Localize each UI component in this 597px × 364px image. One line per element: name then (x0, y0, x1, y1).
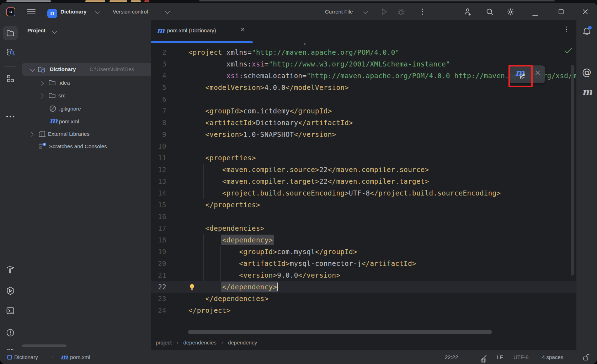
line-number[interactable]: 5 (151, 82, 166, 93)
line-number[interactable]: 3 (151, 58, 166, 70)
project-selector[interactable]: Dictionary (60, 3, 86, 20)
code-with-me-button[interactable] (464, 7, 472, 17)
editor-hscrollbar[interactable] (188, 330, 492, 334)
run-button[interactable] (380, 8, 388, 17)
editor-tab-pom-xml[interactable]: m pom.xml (Dictionary) (151, 21, 253, 41)
editor-options-button[interactable]: ⋮ (563, 25, 570, 33)
code-viewport[interactable]: 2<project xmlns="http://maven.apache.org… (151, 47, 576, 317)
status-project-name[interactable]: Dictionary (14, 350, 38, 364)
breadcrumb-item-dependency[interactable]: dependency (228, 339, 257, 346)
main-menu-button[interactable] (26, 9, 36, 16)
editor-vscrollbar[interactable] (571, 65, 574, 275)
code-line-8[interactable]: 8 <artifactId>Dictionary</artifactId> (151, 117, 576, 129)
database-tool-button[interactable] (3, 46, 18, 60)
settings-button[interactable] (506, 8, 515, 17)
code-line-16[interactable]: 16 (151, 211, 576, 223)
line-number[interactable]: 20 (151, 258, 166, 269)
search-everywhere-button[interactable] (486, 8, 494, 17)
code-line-11[interactable]: 11 <properties> (151, 152, 576, 164)
status-file-name[interactable]: pom.xml (70, 350, 90, 364)
breadcrumb-item-dependencies[interactable]: dependencies (183, 339, 216, 346)
code-line-12[interactable]: 12 <maven.compiler.source>22</maven.comp… (151, 164, 576, 176)
chevron-down-icon (165, 9, 170, 14)
code-line-10[interactable]: 10 (151, 140, 576, 152)
code-text: <project.build.sourceEncoding>UTF-8</pro… (188, 187, 501, 199)
line-number[interactable]: 6 (151, 93, 166, 105)
line-number[interactable]: 23 (151, 293, 166, 305)
tree-row-src[interactable]: src (21, 89, 151, 102)
line-number[interactable]: 24 (151, 305, 166, 316)
encoding-widget[interactable]: UTF-8 (513, 350, 529, 364)
tree-row-project-root[interactable]: Dictionary C:\Users\Nitro\Des (22, 63, 151, 76)
line-number[interactable]: 18 (151, 234, 166, 246)
line-number[interactable]: 15 (151, 199, 166, 211)
line-number[interactable]: 13 (151, 176, 166, 187)
line-number[interactable]: 7 (151, 105, 166, 117)
line-number[interactable]: 14 (151, 187, 166, 199)
line-number[interactable]: 9 (151, 129, 166, 140)
maven-tool-button[interactable]: m (582, 86, 592, 97)
code-line-24[interactable]: 24</project> (151, 305, 576, 316)
line-number[interactable]: 21 (151, 269, 166, 281)
debug-button[interactable] (397, 8, 405, 17)
ai-completion-off-icon[interactable]: @ (480, 353, 487, 364)
caret-position-widget[interactable]: 22:22 (445, 350, 458, 364)
minimize-button[interactable] (532, 11, 538, 18)
more-actions-button[interactable]: ⋮ (419, 7, 426, 15)
tab-close-icon[interactable] (240, 27, 245, 33)
tree-row-scratches[interactable]: Scratches and Consoles (21, 140, 151, 153)
tree-row-external-libraries[interactable]: External Libraries (21, 128, 151, 140)
code-line-23[interactable]: 23 </dependencies> (151, 293, 576, 305)
code-text: <artifactId>mysql-connector-j</artifactI… (188, 258, 416, 269)
code-line-7[interactable]: 7 <groupId>com.ictdemy</groupId> (151, 105, 576, 117)
chevron-down-icon (30, 67, 35, 72)
intellij-logo-icon[interactable]: IJ (6, 7, 15, 16)
code-line-13[interactable]: 13 <maven.compiler.target>22</maven.comp… (151, 176, 576, 187)
maximize-button[interactable] (558, 9, 564, 16)
line-number[interactable]: 4 (151, 70, 166, 82)
line-number[interactable]: 11 (151, 152, 166, 164)
lock-open-icon[interactable] (582, 353, 590, 362)
code-line-22[interactable]: 22 </dependency> (151, 281, 576, 293)
project-panel-header[interactable]: Project (27, 27, 46, 33)
vcs-selector[interactable]: Version control (113, 3, 148, 20)
code-line-15[interactable]: 15 </properties> (151, 199, 576, 211)
close-button[interactable] (582, 9, 588, 16)
line-number[interactable]: 19 (151, 246, 166, 258)
code-line-14[interactable]: 14 <project.build.sourceEncoding>UTF-8</… (151, 187, 576, 199)
code-line-20[interactable]: 20 <artifactId>mysql-connector-j</artifa… (151, 258, 576, 269)
run-configuration-selector[interactable]: Current File (325, 3, 353, 20)
terminal-tool-button[interactable] (3, 304, 18, 318)
code-line-17[interactable]: 17 <dependencies> (151, 223, 576, 234)
line-number[interactable]: 12 (151, 164, 166, 176)
line-number[interactable]: 17 (151, 223, 166, 234)
project-tool-button[interactable] (3, 26, 18, 40)
services-tool-button[interactable] (3, 284, 18, 298)
line-number[interactable]: 10 (151, 140, 166, 152)
code-line-19[interactable]: 19 <groupId>com.mysql</groupId> (151, 246, 576, 258)
code-text: <dependency> (188, 234, 273, 246)
code-line-21[interactable]: 21 <version>9.0.0</version> (151, 269, 576, 281)
more-tool-windows-button[interactable] (3, 109, 18, 124)
dismiss-widget-icon[interactable] (535, 70, 540, 77)
code-line-6[interactable]: 6 (151, 93, 576, 105)
tree-row-idea[interactable]: .idea (21, 76, 151, 89)
notifications-button[interactable] (581, 27, 592, 39)
problems-tool-button[interactable] (3, 326, 18, 340)
indent-widget[interactable]: 4 spaces (542, 350, 563, 364)
tree-row-gitignore[interactable]: .gitignore (21, 102, 151, 115)
project-panel-hscrollbar[interactable] (22, 344, 66, 347)
breadcrumb-item-project[interactable]: project (156, 339, 172, 346)
ai-assistant-button[interactable]: @ (582, 67, 591, 77)
code-line-9[interactable]: 9 <version>1.0-SNAPSHOT</version> (151, 129, 576, 140)
line-separator-widget[interactable]: LF (497, 350, 503, 364)
build-tool-button[interactable] (3, 263, 18, 277)
line-number[interactable]: 16 (151, 211, 166, 223)
tree-row-pom-xml[interactable]: m pom.xml (21, 115, 151, 128)
line-number[interactable]: 22 (151, 281, 166, 293)
code-line-18[interactable]: 18 <dependency> (151, 234, 576, 246)
line-number[interactable]: 8 (151, 117, 166, 129)
structure-tool-button[interactable] (3, 71, 18, 86)
code-line-2[interactable]: 2<project xmlns="http://maven.apache.org… (151, 47, 576, 58)
line-number[interactable]: 2 (151, 47, 166, 58)
